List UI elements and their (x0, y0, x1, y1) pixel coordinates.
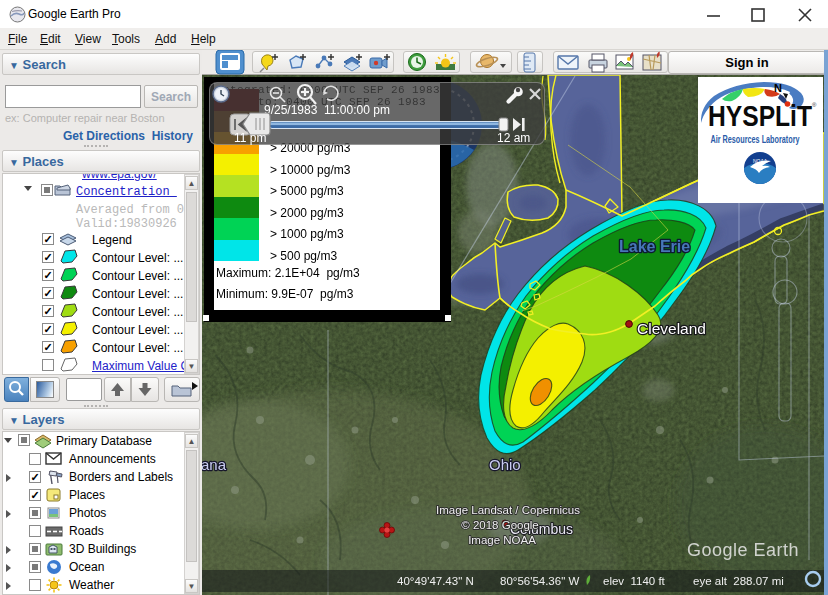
svg-text:elev 1140 ft: elev 1140 ft (603, 575, 666, 587)
svg-text:9/25/1983 11:00:00 pm: 9/25/1983 11:00:00 pm (264, 103, 390, 117)
svg-text:12 am: 12 am (497, 131, 530, 145)
svg-text:Ohio: Ohio (489, 456, 521, 473)
svg-text:Cleveland: Cleveland (637, 320, 706, 337)
svg-text:Lake Erie: Lake Erie (619, 238, 690, 255)
svg-text:®: ® (812, 102, 817, 108)
svg-text:Image NOAA: Image NOAA (468, 534, 536, 546)
svg-text:NOAA: NOAA (753, 158, 768, 164)
svg-text:Google Earth: Google Earth (687, 540, 799, 560)
svg-text:40°49'47.43" N: 40°49'47.43" N (397, 575, 474, 587)
svg-text:ana: ana (202, 456, 227, 473)
svg-text:eye alt 288.07 mi: eye alt 288.07 mi (693, 575, 784, 587)
svg-text:Image Landsat / Copernicus: Image Landsat / Copernicus (436, 504, 580, 516)
svg-text:© 2018 Google: © 2018 Google (461, 519, 539, 531)
svg-text:11 pm: 11 pm (234, 131, 266, 145)
svg-text:80°56'54.36" W: 80°56'54.36" W (500, 575, 579, 587)
svg-text:N: N (774, 82, 782, 94)
svg-text:Air Resources Laboratory: Air Resources Laboratory (711, 133, 800, 145)
svg-text:HYSPLiT: HYSPLiT (708, 99, 812, 132)
